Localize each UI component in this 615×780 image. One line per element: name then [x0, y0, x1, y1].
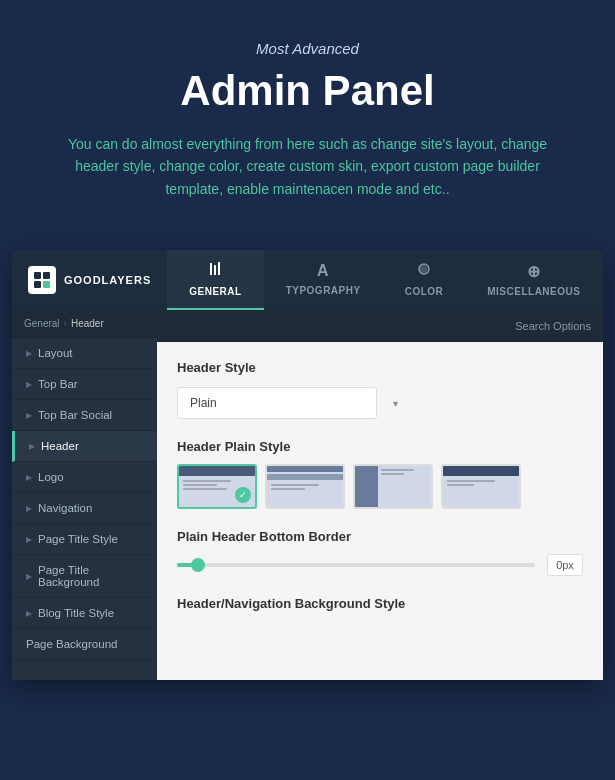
admin-body: General › Header ▶ Layout ▶ Top Bar ▶ To… — [12, 310, 603, 680]
admin-panel: GOODLAYERS GENERAL A TYPOGRAPHY — [12, 250, 603, 680]
breadcrumb-separator: › — [64, 318, 67, 329]
thumb-line — [183, 488, 227, 490]
sidebar-item-navigation[interactable]: ▶ Navigation — [12, 493, 157, 524]
sidebar-item-header[interactable]: ▶ Header — [12, 431, 157, 462]
svg-rect-3 — [43, 281, 50, 288]
sidebar-item-page-title-background[interactable]: ▶ Page Title Background — [12, 555, 157, 598]
svg-rect-5 — [214, 265, 216, 275]
nav-bg-style-label: Header/Navigation Background Style — [177, 596, 583, 611]
admin-sidebar: General › Header ▶ Layout ▶ Top Bar ▶ To… — [12, 310, 157, 680]
thumb-header-bar — [179, 466, 255, 476]
arrow-icon: ▶ — [26, 380, 32, 389]
header-style-label: Header Style — [177, 360, 583, 375]
thumb-line — [183, 484, 217, 486]
thumb-line — [447, 480, 495, 482]
sidebar-label-logo: Logo — [38, 471, 64, 483]
sidebar-item-layout[interactable]: ▶ Layout — [12, 338, 157, 369]
logo-text: GOODLAYERS — [64, 274, 151, 286]
sidebar-item-topbar-social[interactable]: ▶ Top Bar Social — [12, 400, 157, 431]
arrow-icon: ▶ — [26, 473, 32, 482]
breadcrumb: General › Header — [12, 310, 157, 338]
svg-rect-1 — [43, 272, 50, 279]
header-plain-style-label: Header Plain Style — [177, 439, 583, 454]
arrow-icon: ▶ — [26, 535, 32, 544]
sidebar-label-page-background: Page Background — [26, 638, 117, 650]
sidebar-item-logo[interactable]: ▶ Logo — [12, 462, 157, 493]
thumb-style-3[interactable] — [353, 464, 433, 509]
dropdown-arrow-icon: ▾ — [393, 398, 398, 409]
svg-rect-4 — [210, 263, 212, 275]
tab-general[interactable]: GENERAL — [167, 250, 263, 310]
admin-logo: GOODLAYERS — [12, 250, 167, 310]
plain-header-border-label: Plain Header Bottom Border — [177, 529, 583, 544]
svg-rect-0 — [34, 272, 41, 279]
svg-rect-6 — [218, 262, 220, 275]
thumb-line — [271, 488, 305, 490]
typography-icon: A — [317, 262, 329, 280]
header-style-select[interactable]: Plain Plain Center Boxed Transparent Sid… — [177, 387, 377, 419]
sidebar-label-page-title-background: Page Title Background — [38, 564, 145, 588]
sidebar-item-topbar[interactable]: ▶ Top Bar — [12, 369, 157, 400]
sidebar-label-topbar-social: Top Bar Social — [38, 409, 112, 421]
search-options-label: Search Options — [515, 320, 591, 332]
arrow-icon: ▶ — [26, 411, 32, 420]
arrow-icon: ▶ — [29, 442, 35, 451]
arrow-icon: ▶ — [26, 504, 32, 513]
hero-title: Admin Panel — [20, 67, 595, 115]
thumb-lines — [443, 476, 519, 490]
logo-icon — [28, 266, 56, 294]
thumb-style-2[interactable] — [265, 464, 345, 509]
sidebar-item-page-title-style[interactable]: ▶ Page Title Style — [12, 524, 157, 555]
border-slider-row: 0px — [177, 554, 583, 576]
thumb-lines — [267, 480, 343, 494]
thumb-style-1[interactable]: ✓ — [177, 464, 257, 509]
hero-subtitle: Most Advanced — [20, 40, 595, 57]
search-bar: Search Options — [157, 310, 603, 342]
thumb-line — [381, 469, 414, 471]
sidebar-item-page-background[interactable]: Page Background — [12, 629, 157, 660]
svg-rect-2 — [34, 281, 41, 288]
sidebar-item-blog-title-style[interactable]: ▶ Blog Title Style — [12, 598, 157, 629]
thumb-line — [447, 484, 474, 486]
header-style-dropdown-wrap: Plain Plain Center Boxed Transparent Sid… — [177, 387, 583, 419]
tab-general-label: GENERAL — [189, 286, 241, 297]
sidebar-label-blog-title-style: Blog Title Style — [38, 607, 114, 619]
admin-topbar: GOODLAYERS GENERAL A TYPOGRAPHY — [12, 250, 603, 310]
tab-miscellaneous[interactable]: ⊕ MISCELLANEOUS — [465, 250, 602, 310]
arrow-icon: ▶ — [26, 609, 32, 618]
tab-typography[interactable]: A TYPOGRAPHY — [264, 250, 383, 310]
hero-section: Most Advanced Admin Panel You can do alm… — [0, 0, 615, 230]
thumb-style-4[interactable] — [441, 464, 521, 509]
admin-content-area: Header Style Plain Plain Center Boxed Tr… — [157, 342, 603, 680]
arrow-icon: ▶ — [26, 349, 32, 358]
arrow-icon: ▶ — [26, 572, 32, 581]
thumb-line — [271, 484, 319, 486]
slider-thumb[interactable] — [191, 558, 205, 572]
slider-track[interactable] — [177, 563, 535, 567]
sidebar-label-topbar: Top Bar — [38, 378, 78, 390]
sidebar-label-navigation: Navigation — [38, 502, 92, 514]
sidebar-label-page-title-style: Page Title Style — [38, 533, 118, 545]
color-icon — [416, 261, 432, 281]
general-icon — [207, 261, 223, 281]
tab-typography-label: TYPOGRAPHY — [286, 285, 361, 296]
hero-description: You can do almost everything from here s… — [58, 133, 558, 200]
header-style-thumbnails: ✓ — [177, 464, 583, 509]
breadcrumb-parent: General — [24, 318, 60, 329]
breadcrumb-current: Header — [71, 318, 104, 329]
tab-misc-label: MISCELLANEOUS — [487, 286, 580, 297]
sidebar-label-layout: Layout — [38, 347, 73, 359]
tab-color-label: COLOR — [405, 286, 444, 297]
thumb-line — [381, 473, 405, 475]
slider-value: 0px — [547, 554, 583, 576]
admin-tabs: GENERAL A TYPOGRAPHY COLOR ⊕ MI — [167, 250, 603, 310]
tab-color[interactable]: COLOR — [383, 250, 466, 310]
selected-checkmark: ✓ — [235, 487, 251, 503]
sidebar-label-header: Header — [41, 440, 79, 452]
thumb-line — [183, 480, 231, 482]
misc-icon: ⊕ — [527, 262, 541, 281]
